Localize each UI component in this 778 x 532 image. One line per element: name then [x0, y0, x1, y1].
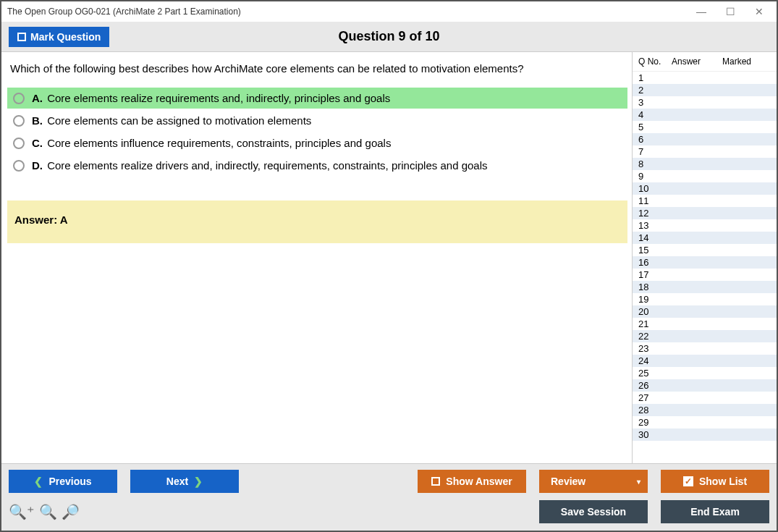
question-content: Which of the following best describes ho…: [1, 52, 632, 463]
question-row[interactable]: 19: [633, 293, 777, 305]
option-text: A. Core elements realize requirements an…: [32, 92, 390, 104]
zoom-in-icon[interactable]: 🔍⁺: [9, 503, 35, 520]
question-row[interactable]: 10: [633, 182, 777, 195]
row-qno: 11: [635, 195, 672, 206]
question-row[interactable]: 17: [633, 269, 777, 281]
row-qno: 14: [635, 232, 672, 243]
row-qno: 16: [635, 257, 672, 268]
maximize-button[interactable]: ☐: [716, 2, 745, 21]
question-row[interactable]: 8: [633, 158, 777, 170]
show-list-label: Show List: [699, 476, 747, 487]
option-d[interactable]: D. Core elements realize drivers and, in…: [7, 155, 627, 176]
row-qno: 1: [635, 72, 672, 83]
question-row[interactable]: 23: [633, 342, 777, 355]
question-row[interactable]: 12: [633, 207, 777, 219]
row-qno: 27: [635, 392, 672, 403]
spacer: [252, 470, 405, 493]
question-row[interactable]: 5: [633, 121, 777, 133]
answer-label: Answer:: [14, 214, 60, 226]
titlebar: The Open Group OG0-021 (ArchiMate 2 Part…: [1, 1, 777, 22]
row-qno: 4: [635, 109, 672, 120]
minimize-button[interactable]: —: [687, 2, 716, 21]
footer-row-1: ❮ Previous Next ❯ Show Answer Review ▾ ✓…: [9, 470, 769, 493]
question-row[interactable]: 4: [633, 109, 777, 121]
question-row[interactable]: 15: [633, 244, 777, 256]
row-qno: 6: [635, 134, 672, 145]
question-row[interactable]: 13: [633, 219, 777, 232]
next-label: Next: [166, 476, 188, 487]
question-row[interactable]: 25: [633, 367, 777, 379]
row-qno: 21: [635, 318, 672, 329]
zoom-out-icon[interactable]: 🔎: [62, 503, 80, 520]
show-list-button[interactable]: ✓ Show List: [661, 470, 769, 493]
question-text: Which of the following best describes ho…: [7, 62, 627, 75]
question-row[interactable]: 27: [633, 392, 777, 404]
options-list: A. Core elements realize requirements an…: [7, 88, 627, 176]
footer: ❮ Previous Next ❯ Show Answer Review ▾ ✓…: [1, 463, 777, 531]
row-qno: 15: [635, 245, 672, 256]
close-button[interactable]: ✕: [745, 2, 774, 21]
row-qno: 30: [635, 429, 672, 440]
question-row[interactable]: 24: [633, 355, 777, 367]
question-row[interactable]: 21: [633, 318, 777, 330]
row-qno: 26: [635, 380, 672, 391]
question-row[interactable]: 9: [633, 170, 777, 182]
question-row[interactable]: 7: [633, 145, 777, 158]
question-row[interactable]: 18: [633, 281, 777, 293]
end-exam-label: End Exam: [690, 506, 740, 518]
review-label: Review: [551, 476, 585, 487]
col-header-answer: Answer: [672, 56, 722, 67]
option-text: B. Core elements can be assigned to moti…: [32, 114, 311, 127]
question-row[interactable]: 29: [633, 416, 777, 428]
question-row[interactable]: 16: [633, 256, 777, 269]
question-row[interactable]: 3: [633, 96, 777, 109]
row-qno: 9: [635, 171, 672, 182]
question-list[interactable]: 1234567891011121314151617181920212223242…: [633, 72, 777, 463]
zoom-reset-icon[interactable]: 🔍: [39, 503, 57, 520]
option-b[interactable]: B. Core elements can be assigned to moti…: [7, 110, 627, 131]
question-row[interactable]: 28: [633, 404, 777, 416]
chevron-down-icon: ▾: [637, 478, 640, 486]
row-qno: 7: [635, 146, 672, 157]
question-row[interactable]: 26: [633, 379, 777, 392]
option-a[interactable]: A. Core elements realize requirements an…: [7, 88, 627, 109]
question-row[interactable]: 6: [633, 133, 777, 145]
review-button[interactable]: Review ▾: [539, 470, 648, 493]
checkmark-icon: ✓: [683, 476, 693, 486]
option-text: C. Core elements influence requirements,…: [32, 137, 391, 149]
question-row[interactable]: 20: [633, 305, 777, 318]
sidebar-header: Q No. Answer Marked: [633, 52, 777, 72]
row-qno: 29: [635, 417, 672, 428]
zoom-controls: 🔍⁺ 🔍 🔎: [9, 503, 80, 520]
row-qno: 3: [635, 97, 672, 108]
row-qno: 28: [635, 405, 672, 415]
previous-button[interactable]: ❮ Previous: [9, 470, 117, 493]
chevron-right-icon: ❯: [194, 476, 203, 487]
question-row[interactable]: 11: [633, 195, 777, 207]
question-row[interactable]: 22: [633, 330, 777, 342]
answer-block: Answer: A: [7, 200, 627, 243]
row-qno: 20: [635, 306, 672, 317]
question-row[interactable]: 2: [633, 84, 777, 96]
checkbox-icon: [17, 33, 26, 41]
row-qno: 23: [635, 343, 672, 354]
radio-icon: [13, 160, 25, 172]
question-row[interactable]: 1: [633, 72, 777, 84]
row-qno: 17: [635, 269, 672, 280]
footer-right-buttons: Save Session End Exam: [539, 500, 769, 523]
radio-icon: [13, 93, 25, 104]
question-list-sidebar: Q No. Answer Marked 12345678910111213141…: [632, 52, 777, 463]
show-answer-label: Show Answer: [446, 476, 512, 487]
next-button[interactable]: Next ❯: [130, 470, 239, 493]
checkbox-icon: [431, 477, 440, 486]
app-window: The Open Group OG0-021 (ArchiMate 2 Part…: [0, 0, 778, 532]
show-answer-button[interactable]: Show Answer: [418, 470, 526, 493]
option-text: D. Core elements realize drivers and, in…: [32, 159, 488, 172]
option-c[interactable]: C. Core elements influence requirements,…: [7, 132, 627, 153]
question-row[interactable]: 30: [633, 428, 777, 441]
question-row[interactable]: 14: [633, 232, 777, 244]
end-exam-button[interactable]: End Exam: [661, 500, 769, 523]
mark-question-button[interactable]: Mark Question: [9, 27, 109, 47]
save-session-button[interactable]: Save Session: [539, 500, 648, 523]
window-title: The Open Group OG0-021 (ArchiMate 2 Part…: [7, 7, 687, 17]
